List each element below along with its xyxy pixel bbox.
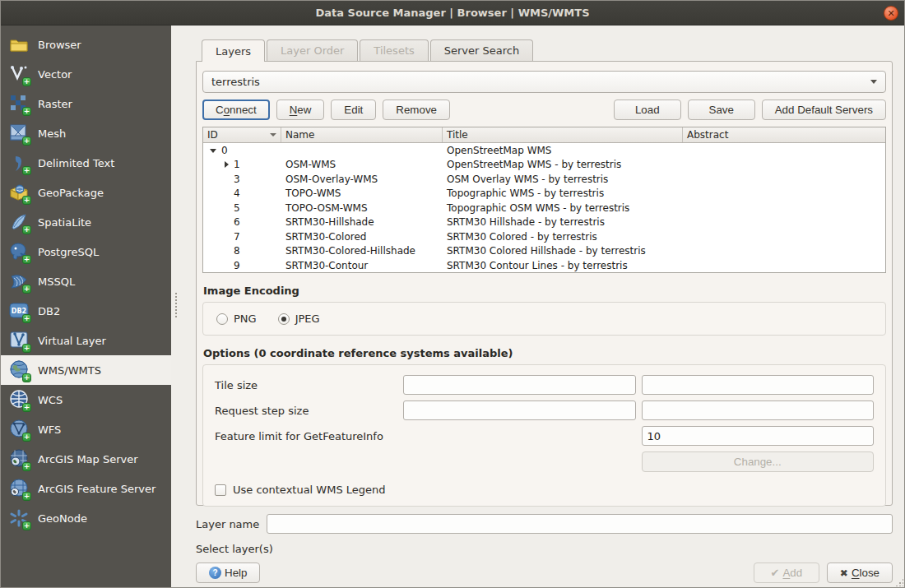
elephant-icon: + (9, 242, 29, 262)
table-row[interactable]: 7 SRTM30-Colored SRTM30 Colored - by ter… (203, 229, 885, 244)
sidebar-item-spatialite[interactable]: + SpatiaLite (1, 207, 171, 237)
request-step-size-label: Request step size (215, 405, 397, 417)
sidebar-item-label: DB2 (38, 305, 60, 317)
server-connection-value: terrestris (211, 76, 870, 88)
sidebar-item-label: WMS/WMTS (38, 364, 101, 377)
add-default-servers-button[interactable]: Add Default Servers (762, 100, 886, 120)
tab-layer-order: Layer Order (267, 39, 358, 61)
sidebar-item-label: ArcGIS Feature Server (38, 483, 155, 495)
sort-descending-icon (270, 133, 276, 137)
expand-expander-icon[interactable] (225, 161, 229, 168)
sidebar-item-wcs[interactable]: + WCS (1, 385, 171, 414)
table-row[interactable]: 1 OSM-WMS OpenStreetMap WMS - by terrest… (203, 158, 885, 173)
help-button[interactable]: ?Help (196, 563, 260, 583)
column-header-title[interactable]: Title (443, 127, 683, 142)
load-button[interactable]: Load (614, 100, 681, 120)
sidebar-item-delimited-text[interactable]: + Delimited Text (1, 148, 171, 178)
add-badge-icon: + (22, 166, 31, 175)
sidebar-item-label: Browser (38, 39, 81, 51)
sidebar-item-label: Vector (38, 68, 72, 81)
save-button[interactable]: Save (688, 100, 755, 120)
data-source-manager-dialog: Data Source Manager | Browser | WMS/WMTS… (0, 0, 905, 588)
change-crs-button: Change... (642, 451, 875, 472)
sidebar-item-browser[interactable]: Browser (1, 30, 171, 59)
column-header-name[interactable]: Name (281, 127, 443, 142)
table-row[interactable]: 8 SRTM30-Colored-Hillshade SRTM30 Colore… (203, 244, 885, 259)
sidebar-item-db2[interactable]: DB2 + DB2 (1, 296, 171, 326)
geonode-icon: + (9, 508, 29, 528)
table-row[interactable]: 6 SRTM30-Hillshade SRTM30 Hillshade - by… (203, 215, 885, 230)
table-row[interactable]: 0 OpenStreetMap WMS (203, 143, 885, 158)
edit-button[interactable]: Edit (331, 100, 376, 120)
add-button: ✔Add (754, 563, 819, 583)
add-badge-icon: + (22, 462, 31, 471)
contextual-legend-checkbox[interactable]: Use contextual WMS Legend (215, 484, 874, 496)
tile-size-height-input[interactable] (642, 375, 875, 395)
add-badge-icon: + (22, 403, 31, 412)
sidebar-item-label: WCS (38, 394, 63, 406)
raster-icon: + (9, 94, 29, 113)
window-close-button[interactable]: ✕ (884, 6, 898, 21)
feather-icon: + (9, 212, 29, 232)
radio-circle-icon (278, 313, 290, 325)
sidebar-item-geonode[interactable]: + GeoNode (1, 503, 171, 533)
sail-icon: + (9, 271, 29, 291)
table-row[interactable]: 5 TOPO-OSM-WMS Topographic OSM WMS - by … (203, 201, 885, 215)
table-row[interactable]: 3 OSM-Overlay-WMS OSM Overlay WMS - by t… (203, 172, 885, 187)
add-badge-icon: + (22, 255, 31, 264)
arcgis-feature-icon: + (9, 479, 29, 498)
table-row[interactable]: 9 SRTM30-Contour SRTM30 Contour Lines - … (203, 258, 885, 273)
sidebar-item-wfs[interactable]: + WFS (1, 414, 171, 444)
jpeg-radio[interactable]: JPEG (278, 313, 320, 325)
title-bar: Data Source Manager | Browser | WMS/WMTS… (1, 1, 904, 25)
sidebar-item-virtual-layer[interactable]: + Virtual Layer (1, 326, 171, 355)
chevron-down-icon (870, 80, 877, 84)
sidebar-item-label: PostgreSQL (38, 246, 99, 258)
column-header-id[interactable]: ID (203, 127, 281, 142)
sidebar-item-label: Raster (38, 98, 72, 110)
add-badge-icon: + (22, 521, 31, 530)
request-step-width-input[interactable] (403, 400, 636, 420)
png-radio[interactable]: PNG (216, 313, 257, 325)
checkmark-icon: ✔ (771, 567, 780, 579)
sidebar-item-wms-wmts[interactable]: + WMS/WMTS (1, 355, 171, 385)
request-step-height-input[interactable] (642, 400, 875, 420)
sidebar-item-mesh[interactable]: + Mesh (1, 118, 171, 148)
splitter-grip[interactable] (175, 293, 177, 317)
globe-wcs-icon: + (9, 390, 29, 410)
vector-icon: + (9, 64, 29, 84)
wms-layers-table: ID Name Title Abstract 0 OpenStreetMap W… (202, 127, 886, 273)
add-badge-icon: + (22, 285, 31, 294)
tab-server-search[interactable]: Server Search (430, 39, 533, 61)
window-title: Data Source Manager | Browser | WMS/WMTS (315, 7, 589, 19)
tile-size-width-input[interactable] (403, 375, 636, 395)
sidebar-item-vector[interactable]: + Vector (1, 59, 171, 89)
sidebar-item-geopackage[interactable]: + GeoPackage (1, 178, 171, 207)
sidebar-item-label: SpatiaLite (38, 216, 91, 229)
sidebar-item-mssql[interactable]: + MSSQL (1, 266, 171, 296)
sidebar-item-raster[interactable]: + Raster (1, 89, 171, 118)
folder-icon (9, 35, 29, 54)
arcgis-map-icon: + (9, 449, 29, 469)
globe-wms-icon: + (9, 360, 29, 380)
sidebar-item-arcgis-map-server[interactable]: + ArcGIS Map Server (1, 444, 171, 474)
wms-tabbar: Layers Layer Order Tilesets Server Searc… (196, 39, 893, 61)
sidebar-item-arcgis-feature-server[interactable]: + ArcGIS Feature Server (1, 474, 171, 503)
options-group: Tile size Request step size Feature limi… (202, 364, 886, 507)
close-button[interactable]: ✖Close (827, 563, 893, 583)
new-button[interactable]: New (276, 100, 325, 120)
panel-splitter[interactable] (171, 25, 196, 587)
connect-button[interactable]: Connect (202, 100, 270, 120)
sidebar-item-label: Virtual Layer (38, 335, 106, 347)
column-header-abstract[interactable]: Abstract (683, 127, 885, 142)
server-connection-select[interactable]: terrestris (202, 71, 886, 93)
feature-limit-label: Feature limit for GetFeatureInfo (215, 430, 636, 442)
remove-button[interactable]: Remove (383, 100, 450, 120)
sidebar-item-postgresql[interactable]: + PostgreSQL (1, 237, 171, 266)
close-x-icon: ✖ (840, 567, 848, 579)
layer-name-input[interactable] (267, 514, 893, 534)
feature-limit-input[interactable] (642, 426, 875, 446)
tab-layers[interactable]: Layers (202, 39, 265, 62)
table-row[interactable]: 4 TOPO-WMS Topographic WMS - by terrestr… (203, 187, 885, 201)
collapse-expander-icon[interactable] (210, 149, 216, 153)
